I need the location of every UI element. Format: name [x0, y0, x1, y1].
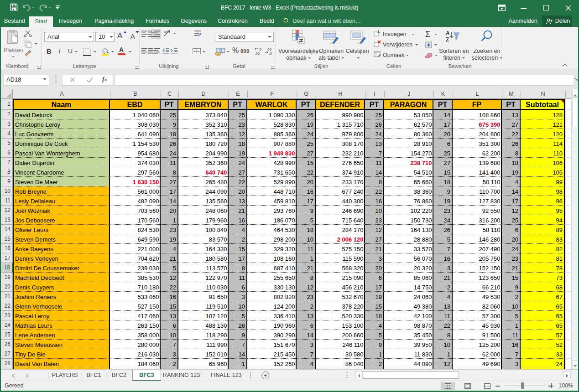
- svg-text:,00: ,00: [255, 52, 260, 55]
- svg-text:Z: Z: [446, 36, 449, 43]
- svg-text:ab: ab: [164, 30, 168, 34]
- svg-text:A: A: [446, 30, 450, 36]
